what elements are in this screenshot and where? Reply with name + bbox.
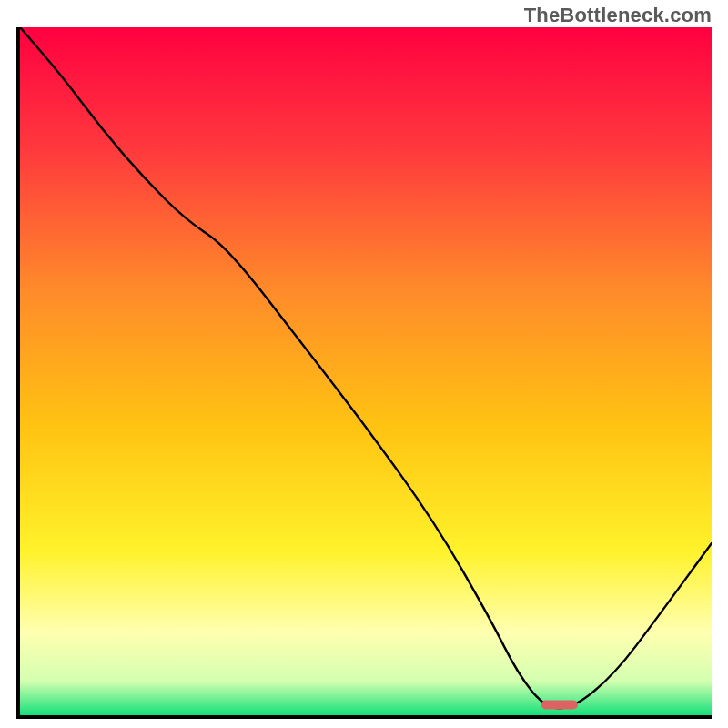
chart-root: TheBottleneck.com [0, 0, 728, 728]
gradient-background [20, 27, 712, 715]
plot-area [16, 27, 712, 719]
watermark-text: TheBottleneck.com [524, 4, 712, 27]
chart-svg [20, 27, 712, 715]
